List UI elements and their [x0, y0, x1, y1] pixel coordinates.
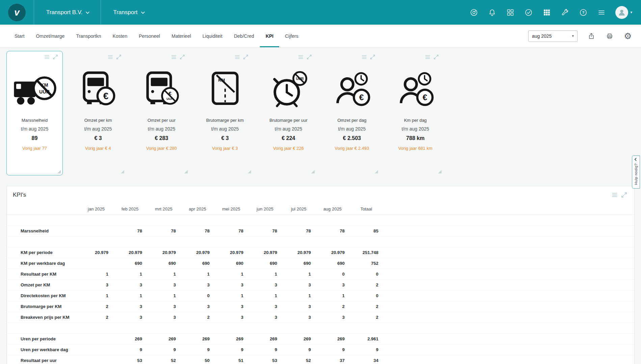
widget-menu-icon[interactable] [298, 55, 303, 59]
help-tab[interactable]: Hulp nodig? [632, 156, 640, 189]
widget-expand-icon[interactable] [370, 55, 375, 59]
widget-expand-icon[interactable] [621, 192, 627, 198]
widget-expand-icon[interactable] [307, 55, 312, 59]
tab-personeel[interactable]: Personeel [133, 25, 166, 47]
row-label: KM per periode [7, 247, 79, 258]
value-cell: 78 [248, 225, 282, 236]
value-cell: 3 [181, 279, 214, 290]
menu-icon[interactable] [597, 8, 606, 17]
dashboard-selector[interactable]: Transport [101, 0, 156, 25]
card-title: Omzet per uur [134, 118, 189, 123]
widget-expand-icon[interactable] [180, 55, 185, 59]
period-select[interactable]: aug 2025 ▾ [528, 30, 578, 42]
value-cell: 690 [113, 258, 147, 269]
card-value: € 3 [70, 135, 126, 141]
tab-cijfers[interactable]: Cijfers [279, 25, 304, 47]
value-cell: 20.979 [113, 247, 147, 258]
value-cell: 34 [349, 355, 383, 364]
column-header: apr 2025 [181, 204, 214, 215]
value-cell: 2 [349, 312, 383, 323]
value-cell: 1 [147, 269, 181, 279]
column-header: feb 2025 [113, 204, 147, 215]
tab-deb-cred[interactable]: Deb/Cred [228, 25, 260, 47]
value-cell: 3 [214, 279, 248, 290]
card-title: Omzet per dag [324, 118, 380, 123]
widget-menu-icon[interactable] [235, 55, 240, 59]
widget-menu-icon[interactable] [45, 55, 49, 59]
value-cell: 9 [214, 344, 248, 355]
panel-title: KPI's [13, 192, 26, 198]
tab-kpi[interactable]: KPI [260, 25, 279, 47]
widget-menu-icon[interactable] [612, 192, 617, 198]
table-spacer-row [7, 236, 634, 247]
widget-expand-icon[interactable] [243, 55, 248, 59]
app-logo[interactable]: v [0, 4, 34, 21]
card-previous-year: Vorig jaar 681 km [388, 146, 443, 151]
chevron-down-icon [86, 10, 89, 13]
kpi-card-omzet-per-km[interactable]: Omzet per km t/m aug 2025 € 3 Vorig jaar… [70, 51, 126, 175]
kpi-card-omzet-per-dag[interactable]: Omzet per dag t/m aug 2025 € 2.503 Vorig… [324, 51, 380, 175]
value-cell: 1 [214, 269, 248, 279]
value-cell: 78 [181, 225, 214, 236]
tab-omzet-marge[interactable]: Omzet/marge [30, 25, 71, 47]
value-cell: 20.979 [248, 247, 282, 258]
card-period: t/m aug 2025 [134, 126, 189, 132]
column-header-filler [383, 204, 634, 215]
kpi-card-marssnelheid[interactable]: Marssnelheid t/m aug 2025 89 Vorig jaar … [6, 51, 63, 175]
value-cell: 3 [147, 301, 181, 312]
widget-menu-icon[interactable] [362, 55, 367, 59]
card-value: € 224 [261, 135, 316, 141]
table-row: Uren per periode2692692692692692692692.9… [7, 333, 634, 344]
value-cell: 1 [113, 290, 147, 301]
value-cell: 3 [248, 312, 282, 323]
table-row: Omzet per KM333333332 [7, 279, 634, 290]
widget-expand-icon[interactable] [53, 55, 58, 59]
settings-gear-icon[interactable]: ⚙ [623, 32, 632, 40]
tab-liquiditeit[interactable]: Liquiditeit [197, 25, 228, 47]
export-icon[interactable] [587, 32, 596, 40]
kpi-card-brutomarge-per-km[interactable]: Brutomarge per km t/m aug 2025 € 3 Vorig… [197, 51, 253, 175]
spacer-cell [7, 236, 634, 247]
check-circle-icon[interactable] [524, 8, 533, 17]
column-header: mrt 2025 [147, 204, 181, 215]
widget-menu-icon[interactable] [425, 55, 430, 59]
value-cell: 269 [316, 333, 349, 344]
value-cell: 78 [147, 225, 181, 236]
widget-expand-icon[interactable] [434, 55, 438, 59]
value-cell: 3 [214, 312, 248, 323]
kpi-cards-row: Marssnelheid t/m aug 2025 89 Vorig jaar … [0, 48, 641, 175]
apps-grid-icon[interactable] [542, 8, 551, 17]
table-row: Directekosten per KM111011110 [7, 290, 634, 301]
value-cell: 78 [113, 225, 147, 236]
wrench-icon[interactable] [561, 8, 569, 17]
card-previous-year: Vorig jaar € 4 [70, 146, 126, 151]
table-row: Resultaat per uur5352505153523734 [7, 355, 634, 364]
spacer-cell [7, 323, 634, 333]
topbar-actions: ? ▾ [470, 6, 641, 19]
value-cell: 9 [349, 344, 383, 355]
row-label: Directekosten per KM [7, 290, 79, 301]
avatar [615, 6, 628, 19]
print-icon[interactable] [605, 32, 614, 40]
value-cell: 3 [113, 312, 147, 323]
row-label: Uren per periode [7, 333, 79, 344]
card-previous-year: Vorig jaar € 280 [134, 146, 189, 151]
help-icon[interactable]: ? [579, 8, 588, 17]
widget-menu-icon[interactable] [108, 55, 113, 59]
tab-materieel[interactable]: Materieel [166, 25, 197, 47]
tab-kosten[interactable]: Kosten [107, 25, 133, 47]
gauge-icon[interactable] [470, 8, 478, 17]
kpi-card-brutomarge-per-uur[interactable]: Brutomarge per uur t/m aug 2025 € 224 Vo… [260, 51, 317, 175]
value-cell: 2 [79, 312, 113, 323]
kpi-card-omzet-per-uur[interactable]: Omzet per uur t/m aug 2025 € 283 Vorig j… [133, 51, 190, 175]
widget-menu-icon[interactable] [171, 55, 176, 59]
widget-expand-icon[interactable] [116, 55, 121, 59]
user-menu[interactable]: ▾ [615, 6, 632, 19]
bell-icon[interactable] [488, 8, 497, 17]
kpi-card-km-per-dag[interactable]: Km per dag t/m aug 2025 788 km Vorig jaa… [387, 51, 444, 175]
value-cell: 53 [113, 355, 147, 364]
tab-transportkn[interactable]: Transportkn [70, 25, 107, 47]
company-selector[interactable]: Transport B.V. [34, 0, 101, 25]
widgets-icon[interactable] [506, 8, 515, 17]
tab-start[interactable]: Start [9, 25, 30, 47]
